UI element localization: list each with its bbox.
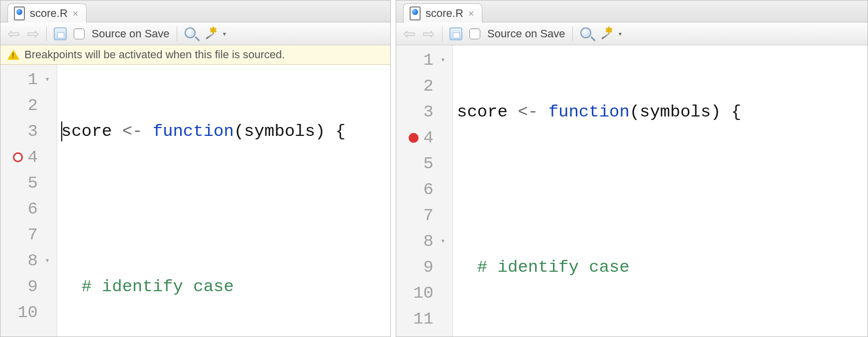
wand-dropdown-icon[interactable]: ▾: [619, 30, 622, 37]
wand-dropdown-icon[interactable]: ▾: [223, 30, 226, 37]
gutter[interactable]: 1▾ 2 3 4 5 6 7 8▾ 9 10 11: [396, 45, 453, 337]
code-area[interactable]: score <- function(symbols) { # identify …: [57, 65, 390, 337]
source-on-save-label: Source on Save: [92, 27, 170, 40]
nav-forward-icon[interactable]: ⇨: [423, 26, 435, 41]
wand-icon[interactable]: [601, 27, 616, 41]
toolbar-divider: [177, 26, 177, 41]
tab-label: score.R: [30, 7, 68, 20]
close-icon[interactable]: ×: [468, 8, 474, 18]
nav-forward-icon[interactable]: ⇨: [27, 26, 39, 41]
toolbar: ⇦ ⇨ Source on Save ▾: [396, 22, 868, 45]
nav-back-icon[interactable]: ⇦: [7, 26, 20, 41]
save-icon[interactable]: [449, 27, 462, 40]
r-file-icon: [14, 6, 25, 20]
toolbar-divider: [46, 26, 47, 41]
toolbar-divider: [442, 26, 442, 41]
code-editor[interactable]: 1▾ 2 3 4 5 6 7 8▾ 9 10 11 score <- funct…: [396, 45, 868, 337]
tab-score-r[interactable]: score.R ×: [403, 3, 482, 22]
search-icon[interactable]: [184, 27, 198, 41]
toolbar: ⇦ ⇨ Source on Save ▾: [0, 22, 390, 45]
toolbar-divider: [572, 26, 573, 41]
warning-message: Breakpoints will be activated when this …: [24, 48, 285, 61]
fold-icon: ▾: [438, 56, 445, 64]
breakpoint-marker-hollow[interactable]: [13, 152, 23, 162]
fold-icon: ▾: [43, 76, 50, 84]
editor-pane-left: score.R × ⇦ ⇨ Source on Save ▾ Breakpoin…: [0, 0, 391, 337]
source-on-save-checkbox[interactable]: [74, 28, 85, 39]
close-icon[interactable]: ×: [73, 8, 79, 18]
editor-pane-right: score.R × ⇦ ⇨ Source on Save ▾ 1▾ 2 3 4 …: [396, 0, 868, 337]
code-area[interactable]: score <- function(symbols) { # identify …: [453, 45, 868, 337]
tab-score-r[interactable]: score.R ×: [7, 3, 87, 22]
r-file-icon: [410, 6, 421, 20]
fold-icon: ▾: [43, 257, 50, 265]
source-on-save-label: Source on Save: [487, 27, 565, 40]
tab-bar: score.R ×: [396, 0, 868, 22]
nav-back-icon[interactable]: ⇦: [403, 26, 416, 41]
breakpoint-marker-active[interactable]: [409, 133, 419, 143]
save-icon[interactable]: [54, 27, 67, 40]
source-on-save-checkbox[interactable]: [469, 28, 480, 39]
wand-icon[interactable]: [205, 27, 220, 41]
breakpoint-warning-bar: Breakpoints will be activated when this …: [0, 45, 390, 65]
fold-icon: ▾: [438, 237, 445, 245]
tab-label: score.R: [426, 7, 463, 20]
warning-icon: [7, 50, 19, 60]
code-editor[interactable]: 1▾ 2 3 4 5 6 7 8▾ 9 10 score <- function…: [0, 65, 390, 337]
gutter[interactable]: 1▾ 2 3 4 5 6 7 8▾ 9 10: [0, 65, 57, 337]
search-icon[interactable]: [580, 27, 594, 41]
tab-bar: score.R ×: [0, 0, 390, 22]
